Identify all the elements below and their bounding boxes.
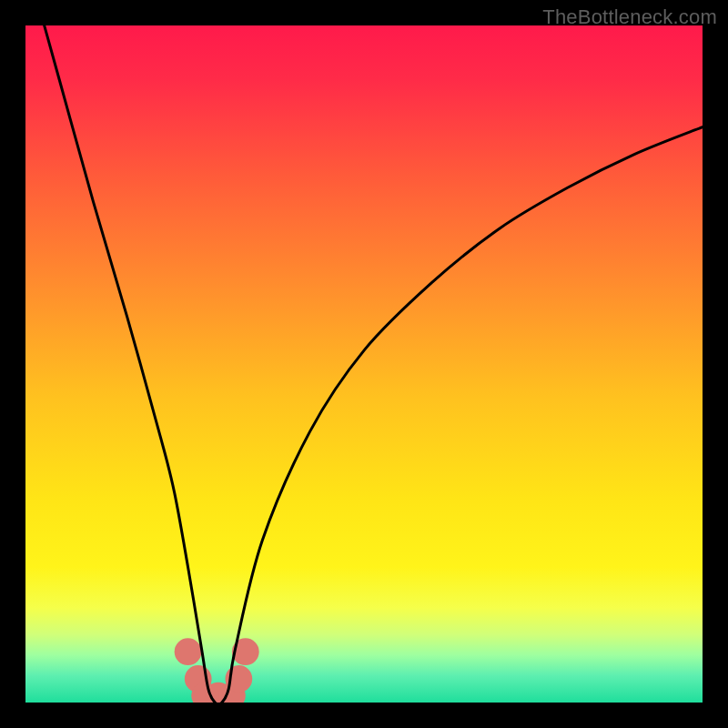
watermark-text: TheBottleneck.com bbox=[542, 5, 717, 29]
markers-group bbox=[175, 638, 259, 703]
curve-layer bbox=[25, 25, 703, 703]
plot-area bbox=[25, 25, 703, 703]
bottleneck-curve bbox=[25, 25, 703, 703]
bump-1 bbox=[175, 638, 202, 665]
chart-frame: TheBottleneck.com bbox=[0, 0, 728, 728]
